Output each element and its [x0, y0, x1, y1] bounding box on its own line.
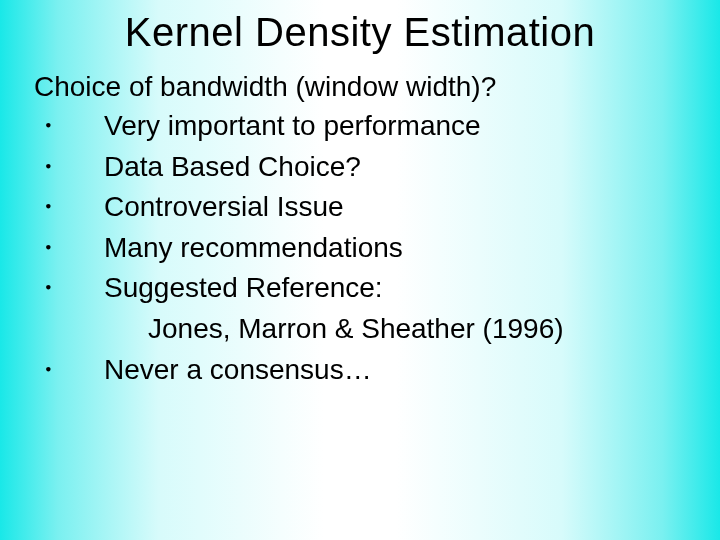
- bullet-text: Never a consensus…: [104, 350, 720, 391]
- bullet-item: ・ Controversial Issue: [0, 187, 720, 228]
- bullet-dot-icon: ・: [34, 350, 104, 391]
- bullet-text: Suggested Reference:: [104, 268, 720, 309]
- bullet-item: ・ Many recommendations: [0, 228, 720, 269]
- lead-text: Choice of bandwidth (window width)?: [0, 69, 720, 104]
- bullet-text: Data Based Choice?: [104, 147, 720, 188]
- reference-line: Jones, Marron & Sheather (1996): [0, 309, 720, 350]
- bullet-item: ・ Never a consensus…: [0, 350, 720, 391]
- bullet-item: ・ Data Based Choice?: [0, 147, 720, 188]
- bullet-dot-icon: ・: [34, 106, 104, 147]
- bullet-dot-icon: ・: [34, 268, 104, 309]
- bullet-dot-icon: ・: [34, 187, 104, 228]
- bullet-text: Many recommendations: [104, 228, 720, 269]
- bullet-item: ・ Very important to performance: [0, 106, 720, 147]
- bullet-dot-icon: ・: [34, 147, 104, 188]
- bullet-text: Very important to performance: [104, 106, 720, 147]
- bullet-dot-icon: ・: [34, 228, 104, 269]
- bullet-text: Controversial Issue: [104, 187, 720, 228]
- slide-title: Kernel Density Estimation: [0, 0, 720, 69]
- bullet-item: ・ Suggested Reference:: [0, 268, 720, 309]
